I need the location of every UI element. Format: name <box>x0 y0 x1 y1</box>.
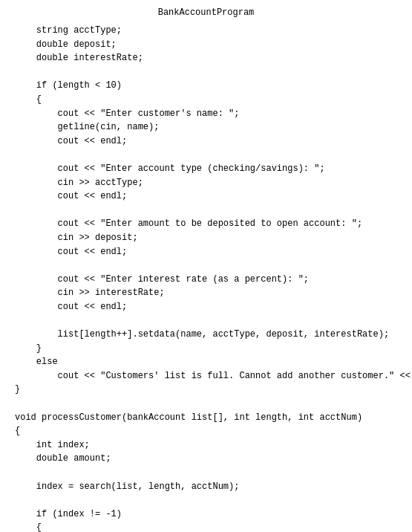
code-block: string acctType; double deposit; double … <box>15 24 397 532</box>
page-container: BankAccountProgram string acctType; doub… <box>0 0 412 532</box>
page-title: BankAccountProgram <box>15 7 397 18</box>
